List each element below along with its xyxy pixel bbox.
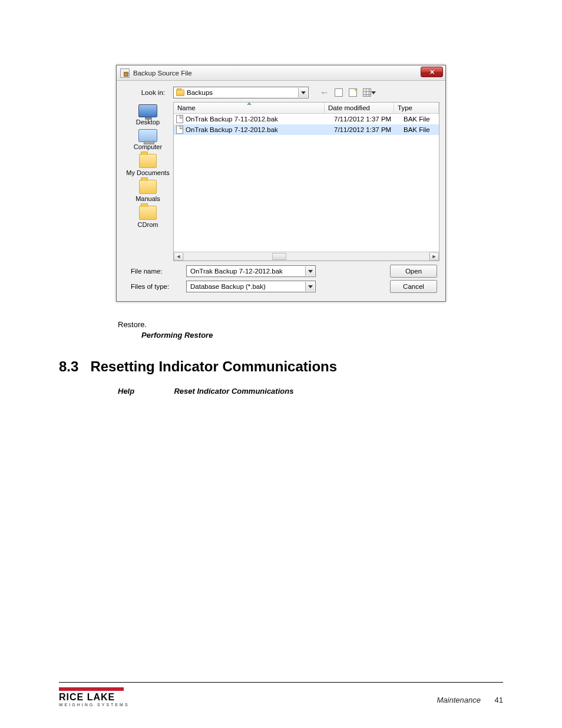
- new-folder-button[interactable]: ✦: [348, 87, 358, 98]
- app-icon: [120, 68, 130, 78]
- new-folder-icon: ✦: [349, 88, 357, 97]
- brand-subtitle: WEIGHING SYSTEMS: [59, 703, 130, 707]
- lookin-label: Look in:: [123, 89, 168, 96]
- section-title: Resetting Indicator Communications: [90, 358, 337, 375]
- filename-value: OnTrak Backup 7-12-2012.bak: [190, 268, 283, 275]
- place-desktop[interactable]: Desktop: [136, 104, 160, 126]
- file-name: OnTrak Backup 7-12-2012.bak: [186, 126, 334, 133]
- footer-section: Maintenance: [437, 696, 480, 704]
- place-computer[interactable]: Computer: [134, 129, 162, 150]
- place-label: CDrom: [138, 221, 158, 228]
- restore-text: Restore: [118, 320, 145, 329]
- filetype-label: Files of type:: [123, 283, 181, 290]
- filetype-value: Database Backup (*.bak): [190, 283, 266, 290]
- file-list: Name Date modified Type OnTrak Backup 7-…: [173, 102, 439, 261]
- page-number: 41: [495, 696, 503, 704]
- file-type: BAK File: [404, 116, 439, 123]
- dialog-titlebar: Backup Source File ✕: [117, 65, 445, 81]
- sort-asc-icon: [247, 102, 252, 105]
- file-date: 7/11/2012 1:37 PM: [334, 126, 404, 133]
- place-label: Manuals: [135, 195, 160, 202]
- open-button-label: Open: [405, 268, 422, 275]
- cancel-button-label: Cancel: [403, 283, 424, 290]
- column-date-label: Date modified: [328, 104, 370, 111]
- column-type[interactable]: Type: [394, 103, 439, 113]
- place-cdrom[interactable]: CDrom: [138, 206, 158, 228]
- folder-icon: [139, 206, 157, 220]
- filetype-dropdown[interactable]: Database Backup (*.bak): [186, 281, 316, 292]
- file-row[interactable]: OnTrak Backup 7-11-2012.bak 7/11/2012 1:…: [174, 114, 439, 124]
- file-row[interactable]: OnTrak Backup 7-12-2012.bak 7/11/2012 1:…: [174, 124, 439, 135]
- column-date[interactable]: Date modified: [325, 103, 394, 113]
- place-my-documents[interactable]: My Documents: [126, 154, 169, 176]
- help-line: Help Reset Indicator Communications: [118, 387, 503, 396]
- scroll-right-button[interactable]: ►: [429, 252, 439, 261]
- folder-icon: [139, 180, 157, 194]
- file-icon: [176, 115, 183, 123]
- computer-icon: [138, 129, 157, 142]
- folder-icon: [139, 154, 157, 168]
- chevron-down-icon: [298, 88, 308, 97]
- folder-icon: [176, 90, 184, 96]
- scroll-left-button[interactable]: ◄: [174, 252, 183, 261]
- back-button[interactable]: ←: [319, 87, 330, 98]
- column-headers: Name Date modified Type: [174, 103, 439, 114]
- brand-name: RICE LAKE: [59, 692, 130, 703]
- brand-bar: [59, 687, 124, 691]
- view-menu-button[interactable]: [362, 87, 372, 98]
- scroll-thumb[interactable]: [272, 253, 286, 260]
- open-button[interactable]: Open: [390, 265, 437, 278]
- file-date: 7/11/2012 1:37 PM: [334, 116, 404, 123]
- column-type-label: Type: [398, 104, 412, 111]
- filename-label: File name:: [123, 268, 181, 275]
- section-heading: 8.3 Resetting Indicator Communications: [59, 358, 503, 375]
- reset-item-text: Reset Indicator Communications: [174, 387, 293, 396]
- close-icon: ✕: [429, 68, 435, 76]
- desktop-icon: [138, 104, 157, 117]
- file-name: OnTrak Backup 7-11-2012.bak: [186, 116, 334, 123]
- horizontal-scrollbar[interactable]: ◄ ►: [174, 251, 439, 261]
- cancel-button[interactable]: Cancel: [390, 280, 437, 293]
- help-text: Help: [118, 387, 134, 396]
- folder-up-icon: [335, 88, 343, 97]
- column-name[interactable]: Name: [174, 103, 325, 113]
- file-type: BAK File: [404, 126, 439, 133]
- filename-input[interactable]: OnTrak Backup 7-12-2012.bak: [186, 265, 316, 277]
- body-paragraph: Restore. Performing Restore: [118, 319, 503, 341]
- dialog-title: Backup Source File: [133, 70, 192, 77]
- chevron-down-icon: [305, 266, 315, 276]
- file-open-dialog: Backup Source File ✕ Look in: Backups ← …: [116, 65, 446, 302]
- file-icon: [176, 126, 183, 134]
- place-label: My Documents: [126, 169, 169, 176]
- page-footer: RICE LAKE WEIGHING SYSTEMS Maintenance 4…: [59, 682, 503, 704]
- brand-logo: RICE LAKE WEIGHING SYSTEMS: [59, 687, 130, 707]
- chevron-down-icon: [305, 282, 315, 291]
- scroll-track[interactable]: [183, 252, 429, 261]
- places-bar: Desktop Computer My Documents Manuals: [123, 102, 173, 261]
- performing-restore-text: Performing Restore: [141, 331, 213, 340]
- lookin-dropdown[interactable]: Backups: [173, 87, 309, 98]
- up-one-level-button[interactable]: [333, 87, 344, 98]
- column-name-label: Name: [177, 104, 196, 111]
- section-number: 8.3: [59, 358, 78, 375]
- view-grid-icon: [363, 88, 371, 97]
- lookin-value: Backups: [187, 89, 213, 96]
- close-button[interactable]: ✕: [421, 67, 443, 77]
- place-manuals[interactable]: Manuals: [135, 180, 160, 202]
